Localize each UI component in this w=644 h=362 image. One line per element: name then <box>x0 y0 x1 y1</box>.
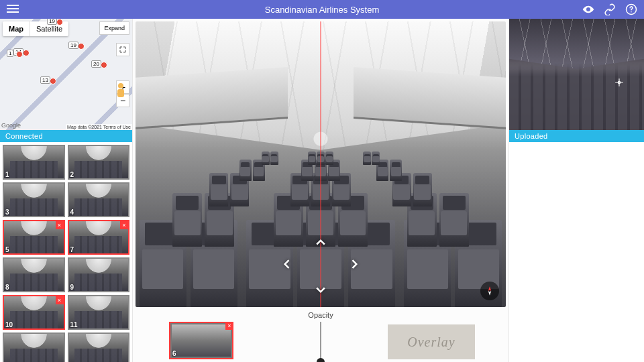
map-pane[interactable]: Map Satellite Expand + − 19192014131 Goo… <box>0 19 132 130</box>
connected-header: Connected <box>0 130 132 142</box>
seat <box>363 152 371 165</box>
thumb-number: 5 <box>5 246 9 253</box>
viewer-nav <box>280 236 361 296</box>
staged-thumb[interactable]: × 6 <box>169 322 233 359</box>
right-column: Uploaded <box>508 19 644 362</box>
cursor-icon <box>614 78 624 87</box>
connected-thumb[interactable]: 5× <box>3 220 65 255</box>
seat <box>325 152 333 165</box>
thumb-close-icon[interactable]: × <box>56 296 64 304</box>
opacity-panel: Opacity × 6 Overlay <box>136 307 506 362</box>
thumb-close-icon[interactable]: × <box>56 221 64 229</box>
topbar: Scandinavian Airlines System <box>0 0 644 19</box>
help-icon[interactable] <box>625 3 637 15</box>
thumb-image <box>4 146 64 178</box>
connected-thumb[interactable] <box>68 333 130 362</box>
pegman-icon[interactable] <box>115 83 127 99</box>
thumb-number: 8 <box>5 284 9 291</box>
fullscreen-icon[interactable] <box>116 43 129 56</box>
thumb-number: 4 <box>70 208 74 216</box>
opacity-row: × 6 Overlay <box>136 319 506 362</box>
map-pin[interactable] <box>78 43 85 50</box>
map-pin-label: 19 <box>47 19 57 25</box>
preview-ceiling <box>509 19 644 69</box>
thumb-number: 2 <box>70 171 74 178</box>
svg-marker-1 <box>488 286 492 291</box>
opacity-slider-knob[interactable] <box>317 358 325 362</box>
map-attribution: Map data ©2021 Terms of Use <box>66 124 132 130</box>
page-title: Scandinavian Airlines System <box>0 5 644 15</box>
nav-down-button[interactable] <box>314 283 327 296</box>
connected-thumb[interactable]: 10× <box>3 295 65 330</box>
thumb-number: 10 <box>5 321 13 328</box>
map-pin[interactable] <box>101 62 107 68</box>
thumb-image <box>69 146 129 178</box>
center-column: Opacity × 6 Overlay <box>133 19 508 362</box>
topbar-actions <box>582 3 637 15</box>
connected-thumb[interactable]: 9 <box>68 257 130 292</box>
connected-thumb[interactable]: 11 <box>68 295 130 330</box>
staged-thumb-number: 6 <box>172 350 176 357</box>
svg-marker-2 <box>488 291 492 296</box>
seat-block <box>262 152 278 165</box>
connected-thumb[interactable] <box>3 333 65 362</box>
link-icon[interactable] <box>604 3 616 15</box>
nav-up-button[interactable] <box>314 236 327 249</box>
thumb-close-icon[interactable]: × <box>120 221 128 229</box>
map-pin-label: 13 <box>40 76 50 84</box>
left-column: Map Satellite Expand + − 19192014131 Goo… <box>0 19 133 362</box>
visibility-icon[interactable] <box>582 3 594 15</box>
thumb-number: 9 <box>70 284 74 291</box>
seat-block <box>363 152 380 165</box>
connected-thumb[interactable]: 7× <box>68 220 130 255</box>
staged-thumb-image <box>172 324 231 357</box>
overlay-button[interactable]: Overlay <box>388 324 475 359</box>
pano-viewer[interactable] <box>136 21 506 307</box>
seat <box>270 152 278 165</box>
thumb-image <box>69 334 129 362</box>
map-pin[interactable] <box>16 51 23 58</box>
thumb-number: 7 <box>70 246 74 253</box>
map-expand-button[interactable]: Expand <box>99 21 129 35</box>
thumb-number: 3 <box>5 208 9 216</box>
preview-seats <box>509 63 644 130</box>
connected-thumb-grid[interactable]: 12345×7×8910×11 <box>0 142 132 362</box>
compass-icon[interactable] <box>480 282 499 300</box>
thumb-image <box>4 334 64 362</box>
map-pin[interactable] <box>56 19 63 25</box>
connected-thumb[interactable]: 8 <box>3 257 65 292</box>
thumb-number: 1 <box>5 171 9 178</box>
map-pin[interactable] <box>50 78 56 84</box>
staged-thumb-close-icon[interactable]: × <box>225 322 233 330</box>
nav-right-button[interactable] <box>347 257 361 271</box>
map-side-controls: + − <box>116 43 129 107</box>
thumb-image <box>4 184 64 216</box>
map-pin-label: 19 <box>68 42 78 49</box>
thumb-image <box>4 296 64 328</box>
opacity-label: Opacity <box>308 311 333 319</box>
thumb-image <box>4 259 64 291</box>
uploaded-preview[interactable] <box>509 19 644 130</box>
connected-thumb[interactable]: 4 <box>68 182 130 217</box>
nav-left-button[interactable] <box>280 257 294 271</box>
app-body: Map Satellite Expand + − 19192014131 Goo… <box>0 19 644 362</box>
map-pin-label: 1 <box>7 50 13 57</box>
thumb-image <box>69 259 129 291</box>
map-logo: Google <box>1 122 21 129</box>
thumb-number: 11 <box>70 321 78 328</box>
seat <box>372 152 380 165</box>
thumb-image <box>69 184 129 216</box>
map-pin[interactable] <box>23 50 30 56</box>
thumb-image <box>4 221 64 253</box>
connected-thumb[interactable]: 1 <box>3 145 65 180</box>
uploaded-header: Uploaded <box>509 130 644 142</box>
map-tab-map[interactable]: Map <box>3 21 30 36</box>
uploaded-body <box>509 142 644 362</box>
seat <box>262 152 270 165</box>
connected-thumb[interactable]: 2 <box>68 145 130 180</box>
map-pin-label: 20 <box>91 60 101 68</box>
thumb-image <box>69 221 129 253</box>
seat <box>308 152 316 165</box>
opacity-slider-track[interactable] <box>320 322 321 362</box>
connected-thumb[interactable]: 3 <box>3 182 65 217</box>
